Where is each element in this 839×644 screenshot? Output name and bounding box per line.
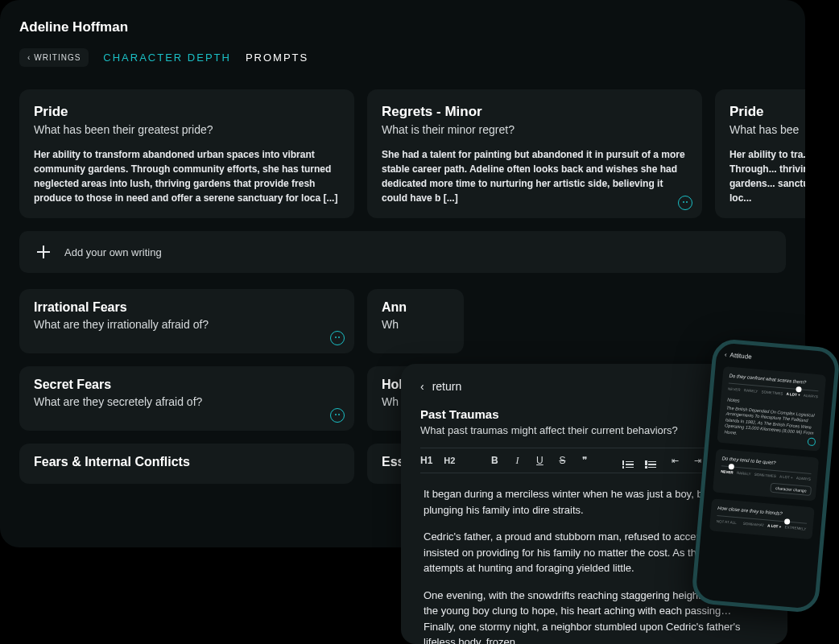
card-fears-internal[interactable]: Fears & Internal Conflicts (19, 444, 354, 484)
phone-back-button[interactable]: ‹ Attitude (725, 351, 828, 367)
card-body: She had a talent for painting but abando… (382, 147, 688, 205)
card-pride[interactable]: Pride What has been their greatest pride… (19, 89, 354, 218)
slider-knob[interactable] (784, 518, 791, 525)
card-question: What has been their greatest pride? (34, 123, 340, 136)
add-writing-button[interactable]: Add your own writing (19, 231, 786, 273)
phone-mock: ‹ Attitude Do they confront what scares … (691, 338, 839, 614)
plus-icon (37, 246, 50, 258)
card-question: What is their minor regret? (382, 123, 688, 136)
card-pride-peek[interactable]: Pride What has bee Her ability to tra...… (715, 89, 805, 218)
card-ann-peek[interactable]: Ann Wh (367, 289, 464, 353)
return-label: return (432, 380, 462, 393)
cards-row: Pride What has been their greatest pride… (19, 89, 805, 218)
card-question: What has bee (729, 123, 805, 136)
tab-character-depth[interactable]: CHARACTER DEPTH (103, 52, 231, 64)
card-question: What are they secretely afraid of? (34, 395, 340, 408)
add-writing-label: Add your own writing (64, 246, 162, 258)
strike-button[interactable]: S (556, 455, 568, 466)
slider-ticks: NOT AT ALL SOMEWHAT A LOT + EXTREMELY (717, 519, 807, 531)
chevron-left-icon: ‹ (725, 351, 727, 358)
card-title: Ann (382, 300, 449, 315)
notes-body: The British Depended On Complex Logistic… (724, 405, 816, 443)
card-question: What are they irrationally afraid of? (34, 318, 340, 331)
face-icon[interactable] (807, 437, 816, 446)
phone-card-friends[interactable]: How close are they to friends? NOT AT AL… (709, 498, 815, 539)
slider-knob[interactable] (728, 464, 734, 470)
card-title: Fears & Internal Conflicts (34, 455, 340, 469)
slider-knob[interactable] (796, 386, 802, 393)
card-title: Regrets - Minor (382, 104, 688, 120)
card-title: Pride (729, 104, 805, 120)
card-body: Her ability to transform abandoned urban… (34, 147, 340, 205)
unordered-list-button[interactable] (647, 453, 658, 468)
back-label: WRITINGS (34, 53, 81, 62)
tick-label: SOMEWHAT (743, 522, 765, 527)
chevron-left-icon: ‹ (420, 380, 424, 393)
h1-button[interactable]: H1 (420, 455, 432, 466)
face-icon[interactable] (678, 196, 692, 210)
face-icon[interactable] (330, 408, 345, 423)
outdent-button[interactable]: ⇤ (669, 456, 680, 466)
tab-prompts[interactable]: PROMPTS (246, 52, 308, 64)
cards-row: Irrational Fears What are they irrationa… (19, 289, 805, 353)
underline-button[interactable]: U (534, 455, 545, 466)
card-title: Irrational Fears (34, 300, 340, 315)
phone-card-confront[interactable]: Do they confront what scares them? NEVER… (717, 366, 826, 452)
face-icon[interactable] (330, 331, 345, 345)
card-irrational-fears[interactable]: Irrational Fears What are they irrationa… (19, 289, 354, 353)
chevron-left-icon: ‹ (27, 53, 31, 62)
page-title: Adeline Hoffman (19, 19, 786, 35)
quote-button[interactable]: ❞ (579, 455, 590, 466)
phone-card-quiet[interactable]: Do they tend to be quiet? NEVER RARELY S… (713, 449, 819, 502)
indent-button[interactable]: ⇥ (692, 456, 703, 466)
bold-button[interactable]: B (489, 455, 500, 466)
card-title: Pride (34, 104, 340, 120)
card-title: Secret Fears (34, 378, 340, 392)
italic-button[interactable]: I (511, 455, 523, 467)
tick-label: NOT AT ALL (717, 519, 737, 525)
tick-label: EXTREMELY (784, 525, 806, 530)
card-regrets-minor[interactable]: Regrets - Minor What is their minor regr… (367, 89, 702, 218)
tabs: ‹ WRITINGS CHARACTER DEPTH PROMPTS (19, 48, 786, 67)
card-question: Wh (382, 318, 449, 331)
header: Adeline Hoffman ‹ WRITINGS CHARACTER DEP… (0, 19, 805, 89)
ordered-list-button[interactable] (624, 453, 635, 468)
card-body: Her ability to tra... gardens. Through..… (729, 147, 805, 205)
h2-button[interactable]: H2 (444, 456, 455, 465)
phone-back-label: Attitude (729, 352, 752, 361)
card-secret-fears[interactable]: Secret Fears What are they secretely afr… (19, 366, 354, 431)
tick-label: A LOT + (767, 524, 782, 529)
back-writings-button[interactable]: ‹ WRITINGS (19, 48, 89, 67)
